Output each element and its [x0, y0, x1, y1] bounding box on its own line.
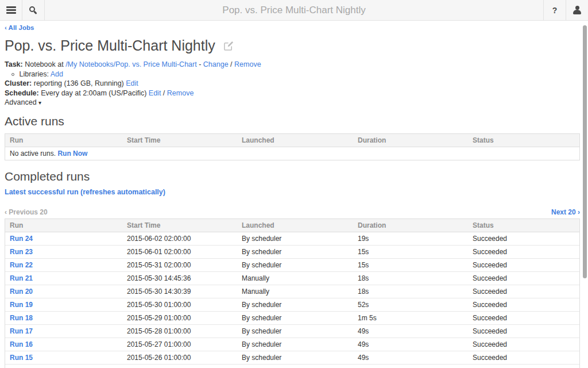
col-duration: Duration	[353, 134, 468, 147]
run-link[interactable]: Run 16	[10, 340, 33, 348]
completed-run-row: Run 202015-05-30 14:30:39Manually18sSucc…	[5, 285, 579, 298]
run-status: Succeeded	[468, 285, 579, 298]
task-label: Task:	[5, 60, 23, 68]
completed-run-row: Run 212015-05-30 14:45:36Manually18sSucc…	[5, 272, 579, 285]
run-start-time: 2015-05-30 01:00:00	[122, 298, 237, 312]
run-status: Succeeded	[468, 259, 579, 272]
run-duration: 49s	[353, 351, 468, 365]
run-duration: 46s	[353, 365, 468, 368]
run-link[interactable]: Run 23	[10, 248, 33, 256]
run-link[interactable]: Run 15	[10, 354, 33, 362]
completed-run-row: Run 182015-05-29 01:00:00By scheduler1m …	[5, 312, 579, 325]
col-start-time: Start Time	[122, 134, 237, 147]
col-run: Run	[5, 134, 122, 147]
run-status: Succeeded	[468, 312, 579, 325]
user-button[interactable]	[566, 0, 588, 20]
latest-successful-run-link[interactable]: Latest successful run (refreshes automat…	[5, 188, 165, 196]
run-duration: 18s	[353, 272, 468, 285]
notebook-path-link[interactable]: /My Notebooks/Pop. vs. Price Multi-Chart	[65, 60, 197, 68]
run-launched: By scheduler	[237, 325, 353, 338]
search-button[interactable]	[22, 0, 45, 20]
run-link[interactable]: Run 17	[10, 327, 33, 335]
hamburger-icon	[6, 5, 16, 16]
run-launched: By scheduler	[237, 259, 353, 272]
completed-run-row: Run 162015-05-27 01:00:00By scheduler49s…	[5, 338, 579, 351]
run-launched: By scheduler	[237, 351, 353, 365]
run-status: Succeeded	[468, 365, 579, 368]
user-icon	[572, 6, 582, 14]
task-remove-link[interactable]: Remove	[234, 60, 261, 68]
task-sep2: /	[230, 60, 232, 68]
completed-run-row: Run 242015-06-02 02:00:00By scheduler19s…	[5, 232, 579, 246]
run-start-time: 2015-06-01 02:00:00	[122, 246, 237, 259]
run-duration: 15s	[353, 259, 468, 272]
help-button[interactable]: ?	[543, 0, 566, 20]
run-start-time: 2015-05-25 01:00:00	[122, 365, 237, 368]
run-launched: By scheduler	[237, 298, 353, 312]
edit-title-icon[interactable]	[223, 40, 234, 51]
run-start-time: 2015-05-30 14:30:39	[122, 285, 237, 298]
run-link[interactable]: Run 18	[10, 314, 33, 322]
topbar-title: Pop. vs. Price Multi-Chart Nightly	[45, 0, 543, 20]
completed-run-row: Run 152015-05-26 01:00:00By scheduler49s…	[5, 351, 579, 365]
completed-runs-table: Run Start Time Launched Duration Status …	[5, 218, 580, 368]
top-bar: Pop. vs. Price Multi-Chart Nightly ?	[0, 0, 588, 21]
run-link[interactable]: Run 21	[10, 274, 33, 282]
schedule-label: Schedule:	[5, 89, 39, 97]
run-link[interactable]: Run 20	[10, 288, 33, 296]
chevron-down-icon: ▾	[38, 99, 41, 106]
completed-run-row: Run 172015-05-28 01:00:00By scheduler49s…	[5, 325, 579, 338]
col-status: Status	[468, 134, 579, 147]
run-status: Succeeded	[468, 246, 579, 259]
col-run: Run	[5, 219, 122, 232]
run-now-link[interactable]: Run Now	[57, 150, 87, 158]
next-20-link[interactable]: Next 20 ›	[551, 208, 580, 216]
task-prefix: Notebook at	[25, 60, 63, 68]
run-duration: 52s	[353, 298, 468, 312]
task-sep1: -	[199, 60, 201, 68]
run-start-time: 2015-05-26 01:00:00	[122, 351, 237, 365]
completed-run-row: Run 222015-05-31 02:00:00By scheduler15s…	[5, 259, 579, 272]
completed-runs-header-row: Run Start Time Launched Duration Status	[5, 219, 579, 232]
all-jobs-link[interactable]: ‹ All Jobs	[5, 24, 34, 31]
menu-button[interactable]	[0, 0, 22, 20]
breadcrumb: ‹ All Jobs	[5, 24, 580, 31]
vertical-scrollbar[interactable]	[583, 25, 587, 278]
libraries-line: Libraries: Add	[5, 70, 580, 79]
cluster-label: Cluster:	[5, 79, 32, 87]
completed-run-row: Run 142015-05-25 01:00:00By scheduler46s…	[5, 365, 579, 368]
cluster-edit-link[interactable]: Edit	[126, 79, 138, 87]
schedule-value: Every day at 2:00am (US/Pacific)	[41, 89, 146, 97]
run-link[interactable]: Run 19	[10, 301, 33, 309]
libraries-add-link[interactable]: Add	[51, 70, 63, 78]
schedule-remove-link[interactable]: Remove	[167, 89, 194, 97]
search-icon	[29, 6, 37, 14]
advanced-toggle[interactable]: Advanced ▾	[5, 98, 580, 106]
col-launched: Launched	[237, 219, 353, 232]
run-launched: Manually	[237, 272, 353, 285]
run-start-time: 2015-06-02 02:00:00	[122, 232, 237, 246]
run-duration: 18s	[353, 285, 468, 298]
schedule-edit-link[interactable]: Edit	[149, 89, 161, 97]
bullet-icon	[11, 73, 14, 76]
run-launched: By scheduler	[237, 312, 353, 325]
run-link[interactable]: Run 24	[10, 235, 33, 243]
no-active-runs-text: No active runs.	[10, 150, 56, 158]
run-start-time: 2015-05-29 01:00:00	[122, 312, 237, 325]
col-duration: Duration	[353, 219, 468, 232]
run-launched: Manually	[237, 285, 353, 298]
run-start-time: 2015-05-28 01:00:00	[122, 325, 237, 338]
help-icon: ?	[552, 6, 558, 15]
col-start-time: Start Time	[122, 219, 237, 232]
run-status: Succeeded	[468, 272, 579, 285]
task-change-link[interactable]: Change	[203, 60, 229, 68]
schedule-line: Schedule: Every day at 2:00am (US/Pacifi…	[5, 89, 580, 98]
run-duration: 19s	[353, 232, 468, 246]
run-duration: 15s	[353, 246, 468, 259]
schedule-sep: /	[163, 89, 165, 97]
page-title: Pop. vs. Price Multi-Chart Nightly	[5, 37, 215, 54]
previous-20-link[interactable]: ‹ Previous 20	[5, 208, 48, 216]
run-link[interactable]: Run 22	[10, 261, 33, 269]
cluster-value: reporting (136 GB, Running)	[34, 79, 124, 87]
run-status: Succeeded	[468, 325, 579, 338]
